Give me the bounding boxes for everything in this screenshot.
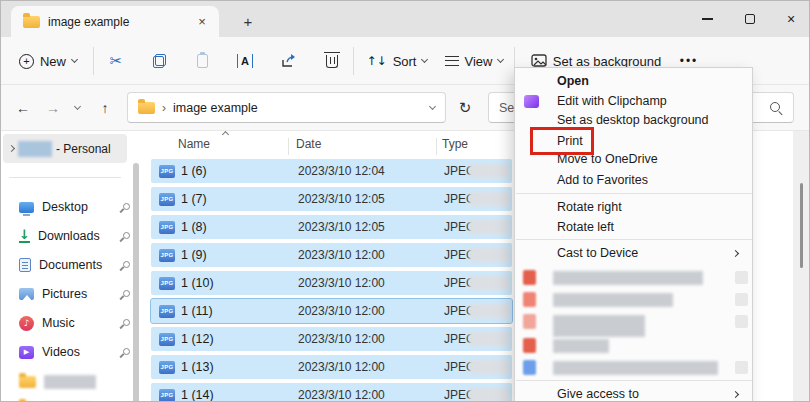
new-button[interactable]: + New bbox=[13, 45, 83, 77]
back-button[interactable]: ← bbox=[9, 93, 37, 123]
file-explorer-window: image example × + × + New ✂ A bbox=[0, 0, 810, 402]
toolbar-divider bbox=[353, 47, 354, 75]
redacted-icon bbox=[523, 338, 536, 353]
context-menu: Open Edit with Clipchamp Set as desktop … bbox=[514, 67, 753, 402]
file-row[interactable]: JPG 1 (11) 2023/3/10 12:00 JPEG bbox=[151, 299, 512, 323]
menu-divider bbox=[516, 380, 753, 381]
tab-close-icon[interactable]: × bbox=[193, 13, 211, 31]
sidebar-item-documents[interactable]: Documents bbox=[19, 252, 131, 278]
close-button[interactable]: × bbox=[771, 1, 810, 37]
column-divider[interactable] bbox=[436, 138, 437, 155]
paste-button[interactable] bbox=[186, 45, 218, 77]
refresh-button[interactable]: ↻ bbox=[450, 93, 480, 123]
menu-item-rotate-right[interactable]: Rotate right bbox=[515, 197, 752, 217]
print-highlight-annotation bbox=[530, 127, 594, 155]
maximize-icon bbox=[745, 14, 755, 24]
music-icon: ♪ bbox=[19, 316, 34, 331]
menu-item-rotate-left[interactable]: Rotate left bbox=[515, 217, 752, 237]
image-icon bbox=[531, 54, 547, 68]
file-row[interactable]: JPG 1 (7) 2023/3/10 12:05 JPEG bbox=[151, 187, 512, 211]
jpg-file-icon: JPG bbox=[159, 277, 175, 290]
file-row[interactable]: JPG 1 (8) 2023/3/10 12:05 JPEG bbox=[151, 215, 512, 239]
search-icon bbox=[769, 101, 783, 115]
sidebar-item-downloads[interactable]: ↓ Downloads bbox=[19, 223, 131, 249]
column-divider[interactable] bbox=[288, 138, 289, 155]
redacted-shortcut bbox=[735, 315, 748, 328]
chevron-right-icon[interactable] bbox=[8, 145, 15, 152]
share-button[interactable] bbox=[273, 45, 305, 77]
file-name: 1 (10) bbox=[181, 276, 214, 290]
copy-button[interactable] bbox=[143, 45, 175, 77]
menu-item-add-to-favorites[interactable]: Add to Favorites bbox=[515, 170, 752, 190]
submenu-chevron-icon bbox=[732, 390, 739, 397]
redacted-label bbox=[553, 339, 609, 353]
redacted-account-name bbox=[18, 141, 52, 157]
new-tab-button[interactable]: + bbox=[237, 10, 259, 32]
list-scrollbar-thumb[interactable] bbox=[800, 183, 803, 268]
file-row[interactable]: JPG 1 (9) 2023/3/10 12:00 JPEG bbox=[151, 243, 512, 267]
trash-icon bbox=[326, 55, 338, 68]
view-icon bbox=[445, 56, 459, 66]
redacted-label bbox=[553, 293, 673, 307]
file-row[interactable]: JPG 1 (12) 2023/3/10 12:00 JPEG bbox=[151, 327, 512, 351]
documents-icon bbox=[19, 258, 31, 272]
rename-icon: A bbox=[237, 54, 253, 68]
sidebar-item-onedrive[interactable]: - Personal bbox=[3, 134, 127, 163]
sort-button[interactable]: ↑↓ Sort bbox=[359, 45, 435, 77]
jpg-file-icon: JPG bbox=[159, 221, 175, 234]
menu-item-cast-to-device[interactable]: Cast to Device bbox=[515, 243, 752, 263]
jpg-file-icon: JPG bbox=[159, 193, 175, 206]
copy-icon bbox=[153, 54, 166, 68]
rename-button[interactable]: A bbox=[229, 45, 261, 77]
menu-item-give-access-to[interactable]: Give access to bbox=[515, 384, 752, 402]
forward-button[interactable]: → bbox=[39, 93, 67, 123]
column-header-name[interactable]: Name bbox=[178, 137, 210, 151]
menu-item-edit-with-clipchamp[interactable]: Edit with Clipchamp bbox=[515, 91, 752, 111]
redacted-shortcut bbox=[735, 271, 748, 284]
file-row[interactable]: JPG 1 (13) 2023/3/10 12:00 JPEG bbox=[151, 355, 512, 379]
sidebar-item-redacted[interactable] bbox=[19, 395, 131, 402]
redacted-label bbox=[553, 315, 645, 337]
recent-locations-button[interactable] bbox=[67, 93, 87, 123]
sidebar-item-desktop[interactable]: Desktop bbox=[19, 194, 131, 220]
file-name: 1 (9) bbox=[181, 248, 207, 262]
redacted-type-suffix bbox=[469, 332, 509, 346]
redacted-type-suffix bbox=[469, 388, 509, 402]
menu-item-redacted[interactable] bbox=[515, 268, 752, 288]
redacted-label bbox=[553, 361, 718, 375]
chevron-down-icon[interactable] bbox=[429, 102, 436, 109]
address-bar[interactable]: › image example bbox=[127, 92, 446, 123]
videos-icon: ▶ bbox=[19, 346, 34, 359]
chevron-down-icon bbox=[497, 56, 504, 63]
file-row[interactable]: JPG 1 (6) 2023/3/10 12:04 JPEG bbox=[151, 159, 512, 183]
menu-item-redacted[interactable] bbox=[515, 290, 752, 310]
menu-item-redacted[interactable] bbox=[515, 312, 752, 332]
cut-button[interactable]: ✂ bbox=[100, 45, 132, 77]
folder-icon bbox=[23, 16, 40, 28]
menu-item-redacted[interactable] bbox=[515, 336, 752, 356]
maximize-button[interactable] bbox=[730, 1, 770, 37]
share-icon bbox=[281, 54, 297, 68]
sidebar-item-videos[interactable]: ▶ Videos bbox=[19, 339, 131, 365]
sort-label: Sort bbox=[393, 54, 417, 69]
delete-button[interactable] bbox=[316, 45, 348, 77]
column-header-date[interactable]: Date bbox=[296, 137, 321, 151]
minimize-button[interactable] bbox=[687, 1, 727, 37]
column-header-type[interactable]: Type bbox=[442, 137, 468, 151]
file-name: 1 (13) bbox=[181, 360, 214, 374]
navigation-pane: - Personal Desktop ↓ Downloads Documents… bbox=[1, 131, 149, 402]
view-button[interactable]: View bbox=[439, 45, 509, 77]
sidebar-item-label: Documents bbox=[39, 258, 112, 272]
sidebar-item-music[interactable]: ♪ Music bbox=[19, 310, 131, 336]
menu-item-open[interactable]: Open bbox=[515, 71, 752, 91]
explorer-tab[interactable]: image example × bbox=[11, 6, 219, 37]
up-button[interactable]: ↑ bbox=[91, 93, 119, 123]
file-row[interactable]: JPG 1 (14) 2023/3/10 12:00 JPEG bbox=[151, 383, 512, 402]
sidebar-scrollbar[interactable] bbox=[133, 163, 139, 402]
pin-icon bbox=[120, 289, 131, 300]
file-row[interactable]: JPG 1 (10) 2023/3/10 12:00 JPEG bbox=[151, 271, 512, 295]
chevron-down-icon bbox=[71, 56, 78, 63]
sidebar-item-pictures[interactable]: Pictures bbox=[19, 281, 131, 307]
sidebar-item-redacted[interactable] bbox=[19, 369, 131, 395]
menu-item-redacted[interactable] bbox=[515, 358, 752, 378]
